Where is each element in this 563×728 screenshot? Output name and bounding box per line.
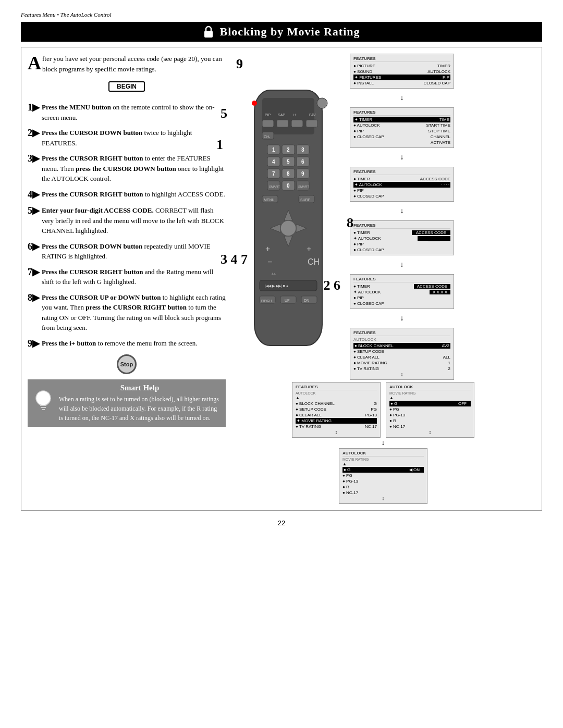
right-screens-col: FEATURES ● PICTURETIMER ● SOUNDAUTOLOCK …: [350, 54, 454, 380]
svg-text:3: 3: [301, 147, 304, 153]
step-9: 9▶ Press the i+ button to remove the men…: [28, 338, 226, 350]
svg-text:1: 1: [272, 147, 275, 153]
svg-text:5: 5: [287, 159, 290, 165]
svg-rect-0: [204, 31, 213, 38]
bottom-screens: FEATURES AUTOLOCK ▲ ● BLOCK CHANNELG ● S…: [231, 382, 535, 438]
svg-text:+: +: [265, 244, 270, 253]
intro-body: fter you have set your personal access c…: [42, 55, 222, 73]
step-overlay-5: 5: [221, 106, 227, 121]
step-5: 5▶ Enter your four-digit ACCESS CODE. CO…: [28, 205, 226, 236]
svg-rect-13: [306, 120, 317, 127]
step-overlay-8: 8: [347, 215, 353, 231]
svg-text:44: 44: [272, 272, 276, 276]
step-overlay-3-4-7: 3 4 7: [221, 252, 248, 267]
remote-illustration: 9 5 1 8 3 4 7 2 6: [231, 85, 346, 380]
step-overlay-2-6: 2 6: [324, 278, 341, 293]
step-1: 1▶ Press the MENU button on the remote c…: [28, 102, 226, 122]
screen7-right: AUTOLOCK MOVIE RATING ▲ ● G OFF ● PG ● P…: [386, 382, 474, 438]
screen3: FEATURES ● TIMERACCESS CODE ✦ AUTOLOCK· …: [350, 167, 454, 202]
step-2: 2▶ Press the CURSOR DOWN button twice to…: [28, 128, 226, 148]
svg-text:+: +: [307, 244, 311, 253]
svg-text:SAP: SAP: [278, 113, 285, 117]
svg-text:0: 0: [287, 183, 290, 189]
svg-text:i+: i+: [293, 113, 297, 117]
svg-text:MENU: MENU: [264, 198, 275, 202]
svg-text:FAV: FAV: [309, 113, 316, 117]
smart-help-title: Smart Help: [59, 384, 221, 392]
right-column: 9 5 1 8 3 4 7 2 6: [231, 54, 535, 504]
page-title: Blocking by Movie Rating: [219, 25, 360, 39]
screen7-left: FEATURES AUTOLOCK ▲ ● BLOCK CHANNELG ● S…: [292, 382, 381, 438]
screen6: FEATURES AUTOLOCK ● BLOCK CHANNELAV2 ● S…: [350, 328, 454, 380]
svg-point-48: [280, 220, 296, 236]
screen1: FEATURES ● PICTURETIMER ● SOUNDAUTOLOCK …: [350, 54, 454, 89]
svg-text:|◀◀  ▶  ▶▶|  ■  ●: |◀◀ ▶ ▶▶| ■ ●: [265, 284, 288, 288]
title-bar: Blocking by Movie Rating: [21, 22, 542, 42]
svg-text:6: 6: [301, 159, 304, 165]
arrow2: ↓: [350, 153, 454, 162]
drop-cap: A: [28, 54, 41, 72]
svg-text:SMART: SMART: [269, 185, 280, 188]
step-4: 4▶ Press the CURSOR RIGHT button to high…: [28, 189, 226, 201]
svg-text:PIP/CH: PIP/CH: [261, 299, 272, 302]
begin-badge: BEGIN: [108, 81, 145, 92]
lock-icon: [203, 25, 214, 39]
svg-rect-12: [291, 120, 303, 127]
svg-point-4: [317, 98, 327, 108]
arrow1: ↓: [350, 94, 454, 102]
stop-badge-container: Stop: [28, 354, 226, 374]
svg-text:SURF: SURF: [300, 198, 310, 202]
smart-help-content: Smart Help When a rating is set to be tu…: [59, 384, 221, 423]
stop-circle: Stop: [117, 354, 137, 374]
step-7: 7▶ Press the CURSOR RIGHT button and the…: [28, 267, 226, 287]
arrow3: ↓: [350, 207, 454, 215]
arrow4: ↓: [350, 261, 454, 269]
screen4: FEATURES ● TIMER ACCESS CODE ✦ AUTOLOCK …: [350, 220, 454, 255]
svg-rect-10: [262, 120, 274, 127]
remote-svg: PIP SAP i+ FAV CH-: [241, 85, 335, 356]
svg-text:CH-: CH-: [264, 135, 271, 139]
svg-text:DN: DN: [304, 299, 309, 302]
step-3: 3▶ Press the CURSOR RIGHT button to ente…: [28, 153, 226, 184]
svg-text:−: −: [267, 257, 272, 266]
page-number: 22: [21, 519, 542, 527]
svg-text:4: 4: [272, 159, 275, 165]
step-8: 8▶ Press the CURSOR UP or DOWN button to…: [28, 292, 226, 333]
main-content: A fter you have set your personal access…: [21, 47, 542, 511]
bulb-icon: [33, 389, 54, 415]
intro-text: A fter you have set your personal access…: [28, 54, 226, 74]
svg-text:9: 9: [301, 171, 304, 177]
screen8: AUTOLOCK MOVIE RATING ▲ ● G ◀ ON ● PG ● …: [339, 448, 427, 504]
svg-rect-11: [277, 120, 288, 127]
screen5: FEATURES ● TIMER ACCESS CODE ✦ AUTOLOCK …: [350, 274, 454, 309]
step-overlay-1: 1: [216, 137, 223, 153]
smart-help-box: Smart Help When a rating is set to be tu…: [28, 379, 226, 427]
svg-text:UP: UP: [285, 299, 290, 302]
svg-text:8: 8: [287, 171, 290, 177]
svg-text:CH: CH: [308, 257, 320, 266]
left-column: A fter you have set your personal access…: [28, 54, 226, 504]
step-overlay-9: 9: [236, 56, 243, 72]
svg-point-5: [252, 101, 257, 106]
step-6: 6▶ Press the CURSOR DOWN button repeated…: [28, 241, 226, 262]
page-header: Features Menu • The AutoLock Control: [21, 10, 542, 19]
svg-text:PIP: PIP: [265, 113, 271, 117]
svg-text:2: 2: [287, 147, 290, 153]
header-label: Features Menu • The AutoLock Control: [21, 11, 112, 18]
svg-text:SMART: SMART: [298, 185, 309, 188]
arrow-bottom: ↓: [382, 439, 385, 447]
arrow5: ↓: [350, 314, 454, 323]
smart-help-text: When a rating is set to be turned on (bl…: [59, 394, 221, 423]
screen2: FEATURES ✦ TIMERTIME ● AUTOLOCKSTART TIM…: [350, 107, 454, 148]
svg-text:7: 7: [272, 171, 275, 177]
